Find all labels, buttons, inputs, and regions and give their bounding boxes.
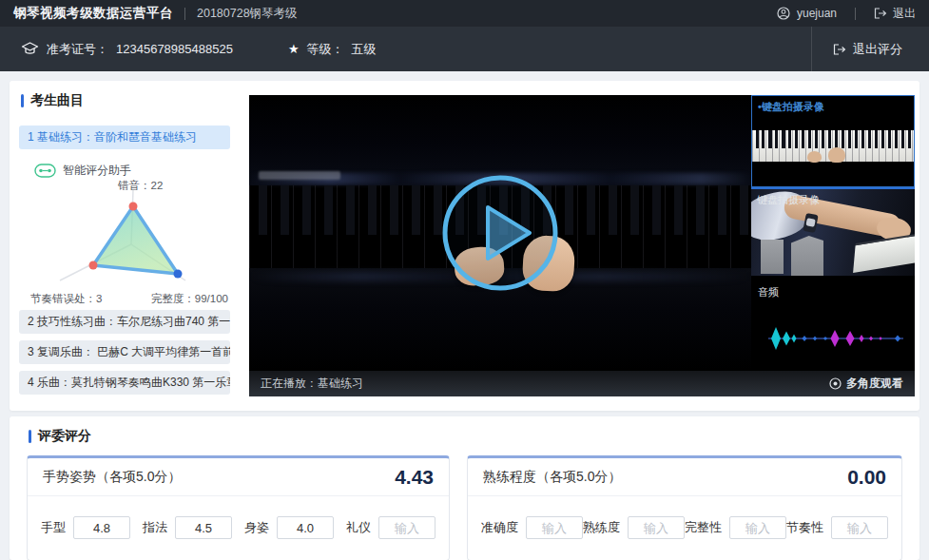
camera-angle-column: •键盘拍摄录像: [751, 95, 915, 371]
audio-label: 音频: [758, 285, 779, 299]
radar-label-wrong-notes: 错音：22: [118, 179, 163, 193]
level-value: 五级: [352, 41, 377, 58]
exit-scoring-label: 退出评分: [853, 41, 902, 58]
ticket-label: 准考证号：: [47, 41, 108, 58]
star-icon: ★: [288, 42, 300, 56]
ticket-number: 12345678985488525: [116, 42, 233, 56]
gray-block: [761, 240, 784, 274]
logout-label: 退出: [893, 6, 916, 22]
top-header: 钢琴视频考级数据运营平台 20180728钢琴考级 yuejuan 退出: [0, 0, 929, 27]
watch-shape: [803, 213, 818, 233]
title-accent-bar: [29, 430, 31, 443]
song-item-1-active[interactable]: 1 基础练习：音阶和琶音基础练习: [19, 126, 230, 149]
gesture-posture-card: 手势姿势（各项5.0分） 4.43 手型 指法 身姿: [27, 455, 450, 560]
multi-angle-label: 多角度观看: [846, 376, 903, 392]
logout-icon: [874, 8, 887, 19]
thumbnail-keyboard-front[interactable]: •键盘拍摄录像: [751, 95, 915, 187]
ai-assistant-label: 智能评分助手: [63, 163, 131, 179]
fingering-input[interactable]: [175, 516, 232, 539]
card-score: 0.00: [847, 466, 886, 489]
ai-assistant-icon: [34, 164, 56, 178]
field-hand-shape: 手型: [41, 516, 130, 539]
multi-angle-icon: [829, 377, 842, 390]
now-playing-label: 正在播放：基础练习: [261, 376, 363, 392]
field-fingering: 指法: [143, 516, 232, 539]
session-title: 20180728钢琴考级: [197, 6, 298, 22]
divider: [855, 8, 856, 20]
card-title: 手势姿势（各项5.0分）: [43, 469, 181, 486]
field-proficiency: 熟练度: [583, 516, 685, 539]
logout-button[interactable]: 退出: [874, 6, 916, 22]
card-score: 4.43: [395, 466, 434, 489]
username: yuejuan: [797, 7, 837, 20]
mini-black-keys: [754, 130, 915, 148]
accuracy-input[interactable]: [526, 516, 583, 539]
card-title: 熟练程度（各项5.0分）: [483, 469, 621, 486]
exam-info-bar: 准考证号： 12345678985488525 ★ 等级： 五级 退出评分: [0, 27, 929, 71]
song-item-2[interactable]: 2 技巧性练习曲：车尔尼练习曲740 第一首: [19, 310, 230, 334]
completeness-input[interactable]: [729, 516, 786, 539]
keyboard-edge-shape: [853, 233, 915, 273]
exit-scoring-icon: [833, 44, 846, 55]
level-label: 等级：: [307, 41, 344, 58]
gray-block: [791, 236, 823, 276]
play-button[interactable]: [440, 173, 560, 293]
title-accent-bar: [21, 94, 24, 107]
field-completeness: 完整性: [685, 516, 786, 539]
radar-chart-svg: [19, 181, 230, 302]
graduation-cap-icon: [21, 42, 39, 56]
main-panel: 考生曲目 1 基础练习：音阶和琶音基础练习 智能评分助手: [10, 81, 919, 411]
app-title: 钢琴视频考级数据运营平台: [13, 5, 173, 22]
main-video[interactable]: [249, 95, 751, 371]
etiquette-input[interactable]: [378, 516, 435, 539]
divider: [184, 8, 185, 20]
thumbnail-1-label: 键盘拍摄录像: [762, 101, 824, 112]
video-player: •键盘拍摄录像: [249, 95, 915, 396]
page: 钢琴视频考级数据运营平台 20180728钢琴考级 yuejuan 退出: [0, 0, 929, 560]
exit-scoring-button[interactable]: 退出评分: [811, 27, 929, 71]
proficiency-card: 熟练程度（各项5.0分） 0.00 准确度 熟练度 完整性: [467, 455, 902, 560]
mini-left-hand: [807, 151, 822, 163]
song-item-4[interactable]: 4 乐曲：莫扎特钢琴奏鸣曲K330 第一乐章: [19, 371, 230, 395]
hand-shape-input[interactable]: [73, 516, 130, 539]
proficiency-input[interactable]: [628, 516, 685, 539]
mini-right-hand: [828, 147, 845, 163]
user-icon: [777, 7, 790, 20]
radar-chart: 错音：22 节奏错误处：3 完整度：99/100: [19, 181, 230, 302]
thumbnail-keyboard-side[interactable]: 键盘拍摄录像: [751, 187, 915, 276]
field-etiquette: 礼仪: [346, 516, 435, 539]
multi-angle-button[interactable]: 多角度观看: [829, 376, 903, 392]
radar-label-completeness: 完整度：99/100: [151, 292, 228, 306]
posture-input[interactable]: [277, 516, 334, 539]
rhythm-input[interactable]: [831, 516, 888, 539]
song-item-3[interactable]: 3 复调乐曲： 巴赫C 大调平均律第一首前奏曲: [19, 340, 230, 364]
song-list-sidebar: 考生曲目 1 基础练习：音阶和琶音基础练习 智能评分助手: [10, 81, 240, 411]
song-list-title: 考生曲目: [21, 92, 230, 109]
sheet-reflection: [259, 171, 340, 180]
ai-assistant-row[interactable]: 智能评分助手: [34, 163, 230, 179]
video-status-bar: 正在播放：基础练习 多角度观看: [249, 371, 915, 396]
field-rhythm: 节奏性: [786, 516, 888, 539]
radar-label-rhythm-errors: 节奏错误处：3: [30, 292, 102, 306]
audio-waveform: [755, 318, 911, 359]
judge-scoring-panel: 评委评分 手势姿势（各项5.0分） 4.43 手型 指法: [10, 416, 919, 560]
thumbnail-2-label: 键盘拍摄录像: [757, 193, 820, 207]
field-accuracy: 准确度: [481, 516, 583, 539]
scoring-title: 评委评分: [29, 428, 902, 445]
field-posture: 身姿: [244, 516, 334, 539]
audio-section[interactable]: 音频: [751, 276, 915, 371]
